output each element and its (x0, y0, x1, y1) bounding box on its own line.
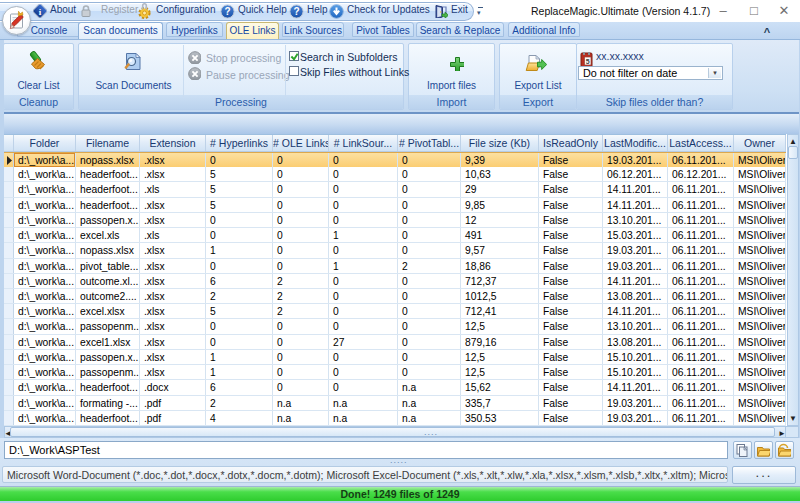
svg-text:5: 5 (586, 58, 590, 65)
svg-text:?: ? (224, 6, 230, 17)
svg-text:?: ? (293, 6, 299, 17)
